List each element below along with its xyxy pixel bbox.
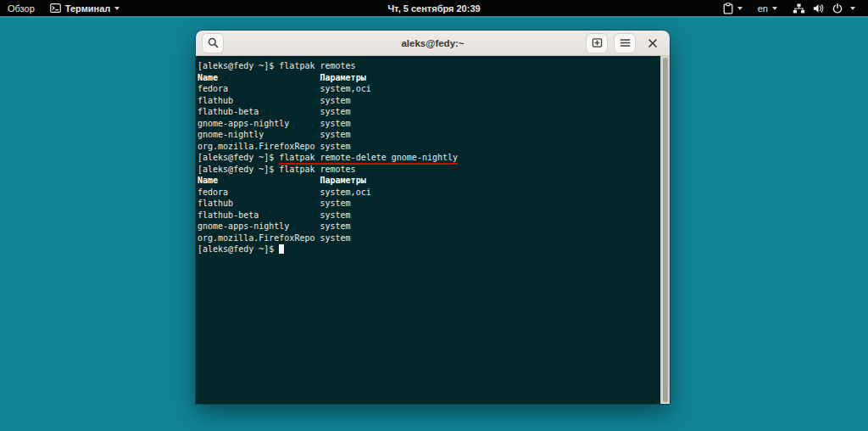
close-button[interactable] xyxy=(642,33,664,53)
terminal-text: [aleks@fedy ~]$ flatpak remotes xyxy=(198,61,356,70)
top-bar-right: en xyxy=(715,0,868,16)
terminal-text: [aleks@fedy ~]$ xyxy=(198,244,279,254)
terminal-text: fedora system,oci xyxy=(198,84,371,93)
terminal-cursor xyxy=(279,244,284,255)
terminal-text: gnome-apps-nightly system xyxy=(198,221,351,231)
clipboard-indicator-button[interactable] xyxy=(715,0,750,16)
terminal-line: gnome-nightly system xyxy=(198,129,660,141)
keyboard-layout-button[interactable]: en xyxy=(750,0,785,16)
terminal-text: fedora system,oci xyxy=(198,188,371,197)
volume-icon xyxy=(813,3,825,14)
terminal-line: org.mozilla.FirefoxRepo system xyxy=(198,232,660,244)
activities-label: Обзор xyxy=(8,3,35,14)
system-menu-button[interactable] xyxy=(785,0,863,16)
power-icon xyxy=(832,3,843,14)
terminal-output[interactable]: [aleks@fedy ~]$ flatpak remotesName Пара… xyxy=(196,56,660,404)
terminal-line: fedora system,oci xyxy=(198,83,660,95)
menu-button[interactable] xyxy=(614,33,636,53)
terminal-line: flathub system xyxy=(198,198,660,210)
app-menu-button[interactable]: Терминал xyxy=(42,0,128,16)
search-button[interactable] xyxy=(202,33,224,53)
terminal-headerbar[interactable]: aleks@fedy:~ xyxy=(196,31,670,56)
top-bar: Обзор Терминал Чт, 5 сентября 20:39 en xyxy=(0,0,868,16)
hamburger-menu-icon xyxy=(620,38,631,48)
chevron-down-icon xyxy=(850,7,855,10)
terminal-line: Name Параметры xyxy=(198,72,660,84)
new-tab-button[interactable] xyxy=(586,33,608,53)
terminal-text: flathub system xyxy=(198,199,351,208)
clipboard-icon xyxy=(723,3,733,14)
terminal-line: [aleks@fedy ~]$ flatpak remote-delete gn… xyxy=(198,152,660,164)
terminal-line: [aleks@fedy ~]$ flatpak remotes xyxy=(198,60,660,72)
chevron-down-icon xyxy=(114,7,120,10)
terminal-line: fedora system,oci xyxy=(198,187,660,199)
keyboard-layout-label: en xyxy=(758,3,768,14)
scrollbar[interactable] xyxy=(660,56,670,404)
activities-button[interactable]: Обзор xyxy=(0,0,42,16)
terminal-line: flathub-beta system xyxy=(198,210,660,221)
terminal-line: org.mozilla.FirefoxRepo system xyxy=(198,141,660,153)
terminal-text: flathub-beta system xyxy=(198,210,351,220)
terminal-text: gnome-apps-nightly system xyxy=(198,119,351,128)
terminal-text: [aleks@fedy ~]$ flatpak remotes xyxy=(198,165,356,174)
terminal-text: Name Параметры xyxy=(198,176,366,185)
terminal-text: flatpak remote-delete gnome-nightly xyxy=(279,153,458,162)
terminal-app-icon xyxy=(50,3,61,13)
top-bar-left: Обзор Терминал xyxy=(0,0,127,16)
terminal-line: Name Параметры xyxy=(198,175,660,187)
terminal-text: org.mozilla.FirefoxRepo system xyxy=(198,233,351,243)
terminal-line: flathub-beta system xyxy=(198,106,660,118)
terminal-line: [aleks@fedy ~]$ flatpak remotes xyxy=(198,164,660,176)
terminal-line: gnome-apps-nightly system xyxy=(198,118,660,130)
search-icon xyxy=(207,36,220,49)
new-tab-icon xyxy=(591,36,604,49)
headerbar-right xyxy=(586,33,664,53)
terminal-line: flathub system xyxy=(198,95,660,107)
clock[interactable]: Чт, 5 сентября 20:39 xyxy=(380,0,487,16)
clock-label: Чт, 5 сентября 20:39 xyxy=(387,3,480,14)
terminal-text: flathub system xyxy=(198,96,351,105)
scrollbar-thumb[interactable] xyxy=(663,58,668,402)
terminal-line: gnome-apps-nightly system xyxy=(198,221,660,232)
terminal-text: [aleks@fedy ~]$ xyxy=(198,153,279,162)
network-wired-icon xyxy=(793,3,805,14)
app-menu-label: Терминал xyxy=(65,3,111,14)
terminal-text: Name Параметры xyxy=(198,73,366,82)
chevron-down-icon xyxy=(737,7,743,10)
close-icon xyxy=(648,38,658,48)
terminal-window: aleks@fedy:~ [aleks@fedy ~]$ flatpak rem… xyxy=(196,31,670,404)
terminal-line: [aleks@fedy ~]$ xyxy=(198,243,660,255)
terminal-text: gnome-nightly system xyxy=(198,130,351,139)
chevron-down-icon xyxy=(772,7,777,10)
terminal-text: flathub-beta system xyxy=(198,107,351,116)
terminal-text: org.mozilla.FirefoxRepo system xyxy=(198,142,351,151)
